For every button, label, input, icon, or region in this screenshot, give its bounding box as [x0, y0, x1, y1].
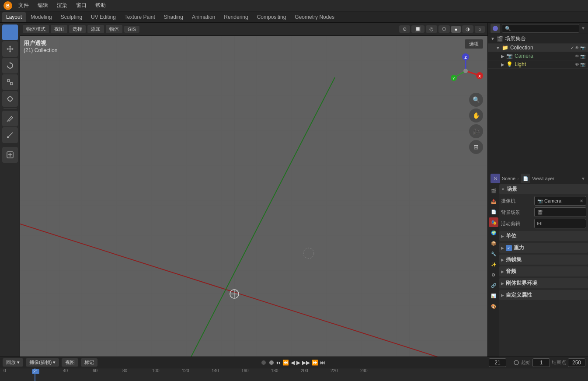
tab-modeling[interactable]: Modeling: [26, 12, 56, 22]
tool-scale[interactable]: [2, 74, 18, 90]
camera-visibility-icon[interactable]: 👁: [575, 54, 579, 59]
viewport-add-menu[interactable]: 添加: [87, 25, 104, 33]
play-prev-keyframe[interactable]: ◀: [291, 360, 295, 366]
tab-shading[interactable]: Shading: [160, 12, 188, 22]
side-tab-world[interactable]: 🌍: [489, 228, 498, 238]
light-visibility-icon[interactable]: 👁: [575, 62, 579, 67]
nav-grid[interactable]: ⊞: [469, 140, 483, 154]
tool-cursor[interactable]: [2, 24, 18, 40]
gravity-checkbox[interactable]: ✓: [506, 245, 512, 251]
side-tab-particles[interactable]: ✨: [489, 259, 498, 269]
play-prev-frame[interactable]: ⏪: [282, 360, 289, 366]
collection-eye-icon[interactable]: 👁: [575, 45, 579, 50]
side-tab-constraints[interactable]: 🔗: [489, 280, 498, 290]
tool-transform[interactable]: [2, 91, 18, 107]
play-jump-end[interactable]: ⏭: [320, 360, 325, 366]
tab-sculpting[interactable]: Sculpting: [56, 12, 87, 22]
custom-props-section-header[interactable]: ▶ 自定义属性: [499, 290, 588, 300]
viewport-proportional-edit[interactable]: ⊙: [399, 25, 410, 33]
props-panel-options[interactable]: ▼: [581, 176, 585, 181]
outliner-light[interactable]: ▶ 💡 Light 👁 📷: [488, 60, 588, 69]
tab-texture-paint[interactable]: Texture Paint: [120, 12, 160, 22]
play-button[interactable]: ▶: [296, 360, 300, 366]
keyframes-section-header[interactable]: ▶ 插帧集: [499, 255, 588, 265]
options-button[interactable]: 选项: [465, 39, 483, 49]
panel-filter[interactable]: ▼: [581, 26, 585, 31]
side-tab-scene[interactable]: 🎭: [489, 217, 498, 227]
side-tab-modifier[interactable]: 🔧: [489, 249, 498, 259]
tab-layout[interactable]: Layout: [2, 12, 26, 22]
tool-annotate[interactable]: [2, 111, 18, 126]
props-scene-icon[interactable]: S: [491, 174, 500, 183]
gravity-section-header[interactable]: ▶ ✓ 重力: [499, 243, 588, 253]
camera-clear-icon[interactable]: ✕: [580, 199, 583, 203]
timeline-track[interactable]: 0 20 40 60 80 100 120 140 160 180 200 22…: [3, 368, 585, 381]
rigid-world-section-header[interactable]: ▶ 刚体世界环境: [499, 278, 588, 288]
camera-field[interactable]: 📷 Camera ✕: [534, 196, 586, 206]
menu-render[interactable]: 渲染: [54, 1, 70, 10]
viewport-view-menu[interactable]: 视图: [51, 25, 67, 33]
viewport-canvas[interactable]: 用户透视 (21) Collection 选项 Z X: [20, 36, 487, 357]
side-tab-viewlayer[interactable]: 📄: [489, 207, 498, 217]
viewport-mode-selector[interactable]: 物体模式: [23, 25, 49, 33]
viewport-shading-solid[interactable]: ●: [451, 26, 461, 33]
units-section-header[interactable]: ▶ 单位: [499, 231, 588, 241]
current-frame-display[interactable]: 21: [489, 358, 506, 367]
play-next-keyframe[interactable]: ▶▶: [302, 360, 310, 366]
tool-move[interactable]: [2, 41, 18, 57]
collection-render-icon[interactable]: 📷: [580, 45, 585, 50]
tab-geometry-nodes[interactable]: Geometry Nodes: [290, 12, 339, 22]
side-tab-data[interactable]: 📊: [489, 291, 498, 301]
timeline-mark-btn[interactable]: 标记: [81, 358, 97, 367]
menu-window[interactable]: 窗口: [73, 1, 89, 10]
timeline-playback-btn[interactable]: 回放 ▾: [3, 358, 23, 367]
outliner-camera[interactable]: ▶ 📷 Camera 👁 📷: [488, 52, 588, 60]
viewport-overlay[interactable]: ◎: [426, 25, 437, 33]
tab-rendering[interactable]: Rendering: [219, 12, 252, 22]
outliner-collection[interactable]: ▼ 📁 Collection ✓ 👁 📷: [488, 44, 588, 52]
panel-search-input[interactable]: [502, 24, 579, 33]
tab-compositing[interactable]: Compositing: [253, 12, 291, 22]
end-frame-display[interactable]: 250: [568, 358, 585, 367]
side-tab-output[interactable]: 📤: [489, 196, 498, 206]
side-tab-object[interactable]: 📦: [489, 238, 498, 248]
viewport-object-menu[interactable]: 物体: [106, 25, 122, 33]
menu-edit[interactable]: 编辑: [35, 1, 51, 10]
outliner-scene-collection[interactable]: ▼ 🎬 场景集合: [488, 34, 588, 44]
timeline-view-btn[interactable]: 视图: [62, 358, 78, 367]
nav-zoom-in[interactable]: 🔍: [469, 93, 483, 107]
side-tab-material[interactable]: 🎨: [489, 301, 498, 311]
viewport-shading-material[interactable]: ◑: [462, 25, 473, 33]
timeline-capture-btn[interactable]: 捕像(插帧) ▾: [26, 358, 59, 367]
viewport-select-menu[interactable]: 选择: [69, 25, 86, 33]
nav-pan[interactable]: ✋: [469, 108, 483, 122]
nav-camera-view[interactable]: 🎥: [469, 124, 483, 138]
viewlayer-breadcrumb: ViewLayer: [532, 176, 554, 181]
light-render-icon[interactable]: 📷: [580, 62, 585, 67]
viewport-xray[interactable]: ⬡: [438, 25, 450, 33]
props-viewlayer-icon[interactable]: 📄: [521, 174, 530, 183]
camera-render-icon[interactable]: 📷: [580, 54, 585, 59]
viewport-gis-menu[interactable]: GIS: [124, 26, 139, 33]
tool-measure[interactable]: [2, 127, 18, 143]
tool-rotate[interactable]: [2, 58, 18, 73]
audio-section-header[interactable]: ▶ 音频: [499, 266, 588, 276]
side-tab-render[interactable]: 🎬: [489, 186, 498, 196]
side-tab-physics[interactable]: ⚙: [489, 270, 498, 280]
play-jump-start[interactable]: ⏮: [275, 360, 281, 366]
active-clip-field[interactable]: 🎞: [534, 219, 586, 228]
viewport-shading-rendered[interactable]: ○: [475, 26, 485, 33]
viewport-snap[interactable]: 🔲: [411, 25, 424, 33]
bg-scene-field[interactable]: 🎬: [534, 207, 586, 217]
gravity-checkbox-container[interactable]: ✓: [506, 245, 512, 251]
scene-section-header[interactable]: ▼ 场景: [499, 184, 588, 194]
menu-help[interactable]: 帮助: [93, 1, 108, 10]
tab-animation[interactable]: Animation: [188, 12, 219, 22]
tab-uv-editing[interactable]: UV Editing: [87, 12, 120, 22]
play-next-frame[interactable]: ⏩: [312, 360, 318, 366]
menu-file[interactable]: 文件: [16, 1, 31, 10]
tool-add[interactable]: [2, 147, 18, 163]
start-frame-display[interactable]: 1: [532, 358, 550, 367]
timeline-body[interactable]: 0 20 40 60 80 100 120 140 160 180 200 22…: [0, 368, 588, 381]
collection-visibility-icon[interactable]: ✓: [571, 45, 574, 50]
